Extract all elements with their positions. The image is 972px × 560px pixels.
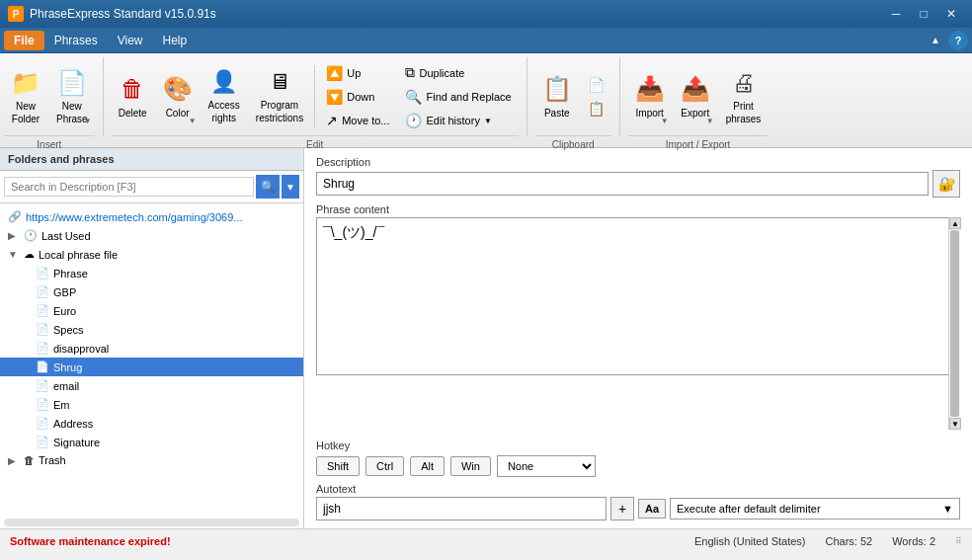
address-doc-icon: 📄 bbox=[36, 417, 49, 430]
export-button[interactable]: 📤 Export ▼ bbox=[674, 63, 717, 130]
ribbon-collapse-arrow[interactable]: ▲ bbox=[927, 33, 944, 47]
search-input[interactable] bbox=[4, 177, 254, 197]
find-replace-icon: 🔍 bbox=[405, 89, 422, 105]
phrase-content-scrollbar[interactable]: ▲ ▼ bbox=[948, 217, 960, 430]
access-rights-button[interactable]: 👤 Access rights bbox=[202, 63, 247, 130]
print-phrases-button[interactable]: 🖨 Print phrases bbox=[719, 63, 769, 130]
menu-view[interactable]: View bbox=[108, 31, 153, 50]
list-item[interactable]: 📄 disapproval bbox=[0, 339, 303, 358]
autotext-aa-button[interactable]: Aa bbox=[638, 499, 666, 519]
search-dropdown-button[interactable]: ▼ bbox=[282, 175, 299, 199]
import-label: Import bbox=[636, 107, 664, 120]
edit-small-col2: ⧉ Duplicate 🔍 Find and Replace 🕐 Edit hi… bbox=[398, 61, 518, 131]
clipboard-extra-button[interactable]: 📋 bbox=[581, 98, 611, 120]
duplicate-button[interactable]: ⧉ Duplicate bbox=[398, 61, 518, 84]
hotkey-shift-button[interactable]: Shift bbox=[316, 456, 360, 476]
status-language: English (United States) bbox=[694, 535, 806, 547]
description-lock-button[interactable]: 🔐 bbox=[932, 170, 960, 198]
list-item[interactable]: 📄 Signature bbox=[0, 433, 303, 451]
edit-history-arrow: ▼ bbox=[484, 117, 492, 125]
close-button[interactable]: ✕ bbox=[938, 4, 964, 24]
address-label: Address bbox=[53, 418, 93, 430]
list-item[interactable]: 📄 GBP bbox=[0, 282, 303, 301]
cloud-icon: ☁ bbox=[24, 248, 35, 261]
em-label: Em bbox=[53, 399, 70, 411]
autotext-input[interactable] bbox=[316, 497, 607, 520]
ribbon-sep-1 bbox=[103, 57, 104, 136]
list-item[interactable]: 🔗 https://www.extremetech.com/gaming/306… bbox=[0, 207, 303, 226]
menu-bar: File Phrases View Help ▲ ? bbox=[0, 28, 972, 53]
last-used-expander: ▶ bbox=[8, 230, 20, 241]
duplicate-icon: ⧉ bbox=[405, 64, 415, 81]
new-phrase-button[interactable]: 📄 New Phrase ▼ bbox=[49, 63, 95, 130]
hotkey-win-button[interactable]: Win bbox=[450, 456, 491, 476]
title-bar-title: PhraseExpress Standard v15.0.91s bbox=[30, 7, 216, 21]
restore-button[interactable]: □ bbox=[911, 4, 936, 24]
menu-file[interactable]: File bbox=[4, 31, 44, 50]
hotkey-key-select[interactable]: None bbox=[497, 455, 596, 477]
access-rights-label: Access rights bbox=[208, 99, 240, 124]
phrase-label: Phrase bbox=[53, 268, 88, 280]
status-bar: Software maintenance expired! English (U… bbox=[0, 528, 972, 552]
url-label: https://www.extremetech.com/gaming/3069.… bbox=[26, 211, 243, 223]
description-input[interactable] bbox=[316, 172, 929, 196]
sidebar-item-trash[interactable]: ▶ 🗑 Trash bbox=[0, 451, 303, 469]
list-item[interactable]: 📄 Euro bbox=[0, 301, 303, 320]
list-item[interactable]: 📄 Address bbox=[0, 414, 303, 433]
edit-history-icon: 🕐 bbox=[405, 113, 422, 128]
sidebar-item-shrug[interactable]: 📄 Shrug bbox=[0, 358, 303, 376]
up-button[interactable]: 🔼 Up bbox=[319, 62, 396, 84]
menu-phrases[interactable]: Phrases bbox=[44, 31, 108, 50]
description-row: 🔐 bbox=[316, 170, 960, 198]
autotext-label: Autotext bbox=[316, 483, 960, 495]
em-doc-icon: 📄 bbox=[36, 398, 49, 411]
sidebar-item-last-used[interactable]: ▶ 🕐 Last Used bbox=[0, 226, 303, 245]
hotkey-alt-button[interactable]: Alt bbox=[410, 456, 445, 476]
find-replace-button[interactable]: 🔍 Find and Replace bbox=[398, 86, 518, 108]
program-restrictions-button[interactable]: 🖥 Program restrictions bbox=[249, 63, 310, 130]
help-button[interactable]: ? bbox=[948, 31, 968, 50]
status-right: English (United States) Chars: 52 Words:… bbox=[694, 535, 935, 547]
new-folder-button[interactable]: 📁 New Folder bbox=[4, 63, 47, 130]
list-item[interactable]: 📄 Em bbox=[0, 395, 303, 414]
list-item[interactable]: 📄 Phrase bbox=[0, 264, 303, 282]
delete-label: Delete bbox=[119, 107, 147, 120]
down-button[interactable]: 🔽 Down bbox=[319, 86, 396, 108]
search-button[interactable]: 🔍 bbox=[256, 175, 280, 199]
move-to-label: Move to... bbox=[342, 115, 389, 126]
delete-button[interactable]: 🗑 Delete bbox=[112, 63, 154, 130]
list-item[interactable]: 📄 Specs bbox=[0, 320, 303, 339]
minimize-button[interactable]: ─ bbox=[883, 4, 909, 24]
import-icon: 📥 bbox=[635, 73, 665, 104]
title-bar: P PhraseExpress Standard v15.0.91s ─ □ ✕ bbox=[0, 0, 972, 28]
email-label: email bbox=[53, 380, 79, 392]
autotext-add-button[interactable]: + bbox=[610, 497, 634, 520]
tree-scrollbar[interactable] bbox=[4, 519, 299, 526]
shrug-doc-icon: 📄 bbox=[36, 360, 49, 373]
status-chars: Chars: 52 bbox=[825, 535, 872, 547]
signature-doc-icon: 📄 bbox=[36, 436, 49, 448]
right-panel: Description 🔐 Phrase content ¯\_(ツ)_/¯ ▲ bbox=[304, 148, 972, 528]
app-icon: P bbox=[8, 6, 24, 22]
copy-button[interactable]: 📄 bbox=[581, 74, 611, 96]
scroll-up-button[interactable]: ▲ bbox=[949, 217, 961, 229]
move-to-button[interactable]: ↗ Move to... bbox=[319, 110, 396, 131]
phrase-content-area[interactable]: ¯\_(ツ)_/¯ bbox=[316, 217, 960, 375]
access-rights-icon: 👤 bbox=[210, 68, 237, 97]
list-item[interactable]: 📄 email bbox=[0, 376, 303, 395]
euro-label: Euro bbox=[53, 305, 76, 317]
edit-history-button[interactable]: 🕐 Edit history ▼ bbox=[398, 110, 518, 131]
autotext-execute-select[interactable]: Execute after default delimiter ▼ bbox=[670, 498, 960, 520]
paste-button[interactable]: 📋 Paste bbox=[535, 63, 579, 130]
resize-handle[interactable]: ⠿ bbox=[955, 536, 962, 546]
search-box: 🔍 ▼ bbox=[0, 171, 303, 203]
menu-help[interactable]: Help bbox=[153, 31, 198, 50]
color-button[interactable]: 🎨 Color ▼ bbox=[156, 63, 200, 130]
ribbon-sep-3 bbox=[619, 57, 620, 136]
specs-label: Specs bbox=[53, 324, 84, 336]
hotkey-ctrl-button[interactable]: Ctrl bbox=[365, 456, 404, 476]
import-button[interactable]: 📥 Import ▼ bbox=[628, 63, 672, 130]
scroll-down-button[interactable]: ▼ bbox=[949, 418, 961, 430]
sidebar-item-local-phrase-file[interactable]: ▼ ☁ Local phrase file bbox=[0, 245, 303, 264]
autotext-row: + Aa Execute after default delimiter ▼ bbox=[316, 497, 960, 520]
